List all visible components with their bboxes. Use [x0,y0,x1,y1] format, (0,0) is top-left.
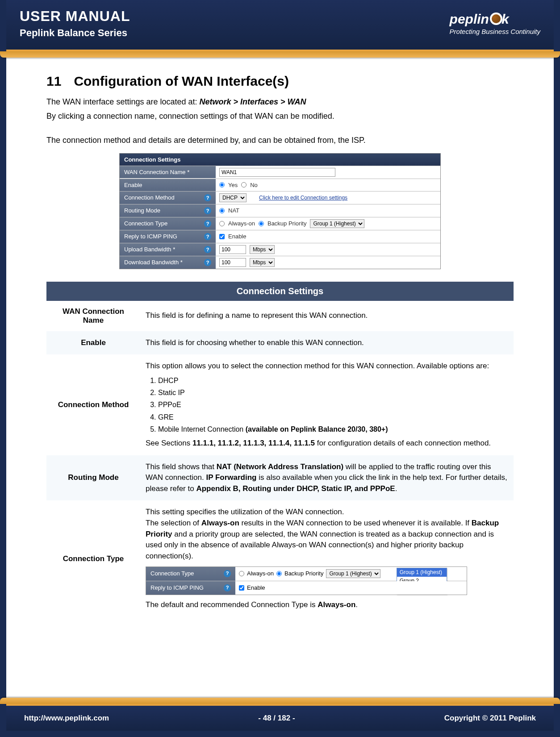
manual-title: USER MANUAL [20,8,130,25]
inline-priority-panel: Connection Type? Always-on Backup Priori… [146,566,467,595]
inline-always-radio[interactable] [239,571,244,576]
intro-line-3: The connection method and details are de… [46,134,514,147]
connection-type-label: Connection Type? [120,217,216,230]
reply-icmp-label: Reply to ICMP PING? [120,230,216,243]
help-icon[interactable]: ? [204,246,211,253]
list-item: Mobile Internet Connection (available on… [158,424,508,434]
help-icon[interactable]: ? [204,194,211,201]
download-unit-select[interactable]: Mbps [250,258,275,267]
section-number: 11 [46,74,61,89]
footer-copyright: Copyright © 2011 Peplink [444,714,536,723]
inline-conn-type-label: Connection Type? [146,567,235,581]
intro-line-1: The WAN interface settings are located a… [46,96,514,108]
panel-header: Connection Settings [120,154,440,166]
manual-subtitle: Peplink Balance Series [20,27,130,39]
priority-group-select[interactable]: Group 1 (Highest) [310,219,364,228]
param-connection-method: Connection Method [46,354,140,455]
wan-name-input[interactable] [219,168,335,177]
settings-description-table: Connection Settings WAN Connection Name … [46,282,514,617]
desc-connection-type: This setting specifies the utilization o… [140,500,514,617]
desc-routing-mode: This field shows that NAT (Network Addre… [140,455,514,501]
inline-enable-checkbox[interactable] [239,585,244,591]
table-row: Routing Mode This field shows that NAT (… [46,455,514,501]
nat-radio[interactable] [219,208,225,213]
upload-unit-select[interactable]: Mbps [250,245,275,254]
upload-bw-label: Upload Bandwidth *? [120,243,216,256]
inline-group-select[interactable]: Group 1 (Highest) [326,569,380,578]
desc-enable: This field is for choosing whether to en… [140,331,514,355]
wan-name-label: WAN Connection Name * [120,166,216,178]
nav-path: Network > Interfaces > WAN [200,97,306,106]
footer-page: - 48 / 182 - [258,714,295,723]
dropdown-item[interactable]: Group 1 (Highest) [397,568,447,577]
routing-mode-label: Routing Mode? [120,204,216,217]
list-item: DHCP [158,375,508,386]
section-heading: 11Configuration of WAN Interface(s) [46,74,514,89]
connection-method-label: Connection Method? [120,192,216,204]
intro-line-2: By clicking a connection name, connectio… [46,110,514,123]
desc-connection-method: This option allows you to select the con… [140,354,514,455]
download-bw-input[interactable] [219,258,246,267]
upload-bw-input[interactable] [219,245,246,254]
list-item: PPPoE [158,400,508,410]
help-icon[interactable]: ? [204,259,211,266]
table-row: WAN Connection Name This field is for de… [46,301,514,331]
edit-connection-link[interactable]: Click here to edit Connection settings [259,195,347,201]
table-row: Connection Method This option allows you… [46,354,514,455]
footer-url: http://www.peplink.com [24,714,109,723]
param-routing-mode: Routing Mode [46,455,140,501]
param-connection-type: Connection Type [46,500,140,617]
param-wan-name: WAN Connection Name [46,301,140,331]
backup-priority-radio[interactable] [259,221,264,226]
peplink-logo: peplink Protecting Business Continuity [450,12,540,35]
always-on-radio[interactable] [219,221,225,226]
logo-tagline: Protecting Business Continuity [450,28,540,35]
table-header: Connection Settings [46,282,514,301]
download-bw-label: Download Bandwidth *? [120,256,216,269]
table-row: Connection Type This setting specifies t… [46,500,514,617]
document-footer: http://www.peplink.com - 48 / 182 - Copy… [6,704,554,731]
help-icon[interactable]: ? [224,584,231,591]
connection-settings-panel: Connection Settings WAN Connection Name … [119,153,441,269]
inline-backup-radio[interactable] [276,571,282,576]
list-item: GRE [158,412,508,422]
table-row: Enable This field is for choosing whethe… [46,331,514,355]
connection-method-select[interactable]: DHCP [219,193,247,202]
list-item: Static IP [158,387,508,398]
help-icon[interactable]: ? [224,570,231,577]
help-icon[interactable]: ? [204,220,211,227]
help-icon[interactable]: ? [204,233,211,240]
section-title: Configuration of WAN Interface(s) [74,74,289,88]
enable-no-radio[interactable] [241,182,247,187]
help-icon[interactable]: ? [204,207,211,214]
logo-circle-icon [490,12,502,25]
enable-label: Enable [120,179,216,191]
param-enable: Enable [46,331,140,355]
desc-wan-name: This field is for defining a name to rep… [140,301,514,331]
inline-reply-label: Reply to ICMP PING? [146,581,235,595]
enable-yes-radio[interactable] [219,182,225,187]
document-header: USER MANUAL Peplink Balance Series pepli… [6,0,554,51]
reply-icmp-checkbox[interactable] [219,234,225,239]
